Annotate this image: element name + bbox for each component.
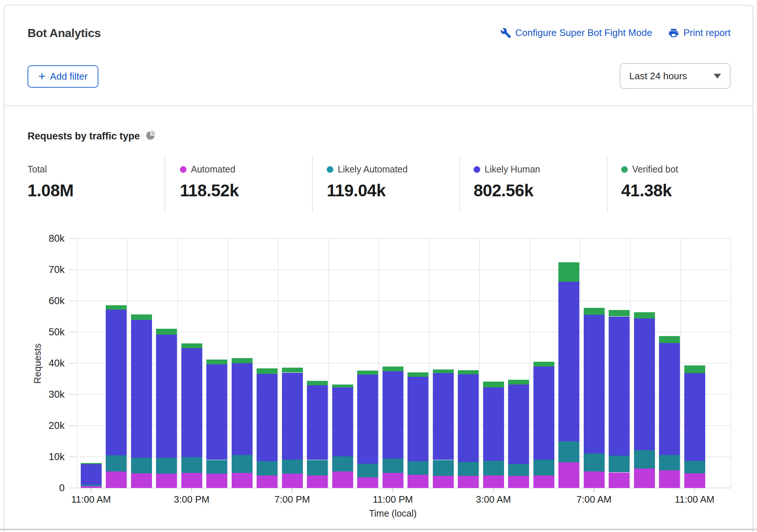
- bar-segment-likely-automated[interactable]: [257, 461, 278, 475]
- bar-segment-automated[interactable]: [206, 474, 227, 488]
- bar-segment-automated[interactable]: [533, 475, 554, 488]
- bar-segment-likely-automated[interactable]: [508, 464, 529, 475]
- bar-segment-likely-automated[interactable]: [533, 460, 554, 475]
- bar-segment-verified-bot[interactable]: [634, 312, 655, 318]
- bar-segment-automated[interactable]: [684, 473, 705, 488]
- bar-segment-likely-human[interactable]: [131, 320, 152, 458]
- bar-segment-automated[interactable]: [232, 473, 253, 488]
- bar-segment-likely-human[interactable]: [533, 367, 554, 459]
- bar-segment-likely-human[interactable]: [458, 374, 479, 462]
- bar-segment-automated[interactable]: [383, 473, 403, 488]
- bar-segment-likely-human[interactable]: [634, 318, 655, 451]
- bar-segment-verified-bot[interactable]: [206, 360, 227, 365]
- bar-segment-likely-automated[interactable]: [383, 459, 403, 473]
- bar-segment-automated[interactable]: [257, 475, 278, 488]
- bar-segment-verified-bot[interactable]: [106, 305, 127, 310]
- bar-segment-verified-bot[interactable]: [533, 362, 554, 367]
- bar-segment-automated[interactable]: [609, 473, 630, 488]
- bar-segment-likely-automated[interactable]: [106, 455, 127, 471]
- bar-segment-likely-automated[interactable]: [332, 456, 353, 471]
- bar-segment-likely-human[interactable]: [483, 387, 504, 461]
- bar-segment-verified-bot[interactable]: [483, 382, 504, 387]
- bar-segment-automated[interactable]: [659, 470, 680, 488]
- bar-segment-automated[interactable]: [181, 473, 202, 488]
- bar-segment-automated[interactable]: [131, 473, 152, 488]
- bar-segment-likely-automated[interactable]: [558, 441, 579, 462]
- bar-segment-verified-bot[interactable]: [257, 368, 278, 374]
- bar-segment-likely-human[interactable]: [684, 373, 705, 461]
- bar-segment-verified-bot[interactable]: [684, 365, 705, 373]
- bar-segment-likely-automated[interactable]: [181, 457, 202, 473]
- bar-segment-likely-human[interactable]: [206, 364, 227, 460]
- bar-segment-verified-bot[interactable]: [408, 372, 428, 377]
- bar-segment-verified-bot[interactable]: [458, 370, 479, 374]
- bar-segment-verified-bot[interactable]: [659, 336, 680, 343]
- bar-segment-verified-bot[interactable]: [584, 308, 605, 315]
- bar-segment-likely-automated[interactable]: [609, 456, 630, 472]
- bar-segment-automated[interactable]: [357, 477, 378, 488]
- bar-segment-likely-human[interactable]: [332, 387, 353, 456]
- bar-segment-automated[interactable]: [584, 471, 605, 488]
- bar-segment-automated[interactable]: [558, 462, 579, 488]
- bar-segment-automated[interactable]: [634, 469, 655, 488]
- bar-segment-likely-human[interactable]: [257, 374, 278, 461]
- bar-segment-likely-human[interactable]: [357, 375, 378, 464]
- bar-segment-automated[interactable]: [458, 476, 479, 488]
- bar-segment-verified-bot[interactable]: [433, 369, 454, 373]
- bar-segment-automated[interactable]: [508, 476, 529, 488]
- bar-segment-likely-human[interactable]: [282, 373, 303, 460]
- bar-segment-verified-bot[interactable]: [156, 329, 177, 335]
- bar-segment-likely-human[interactable]: [106, 310, 127, 455]
- bar-segment-verified-bot[interactable]: [181, 343, 202, 348]
- bar-segment-likely-automated[interactable]: [232, 455, 253, 473]
- bar-segment-likely-automated[interactable]: [307, 460, 328, 476]
- bar-segment-automated[interactable]: [81, 486, 102, 488]
- bar-segment-likely-automated[interactable]: [684, 461, 705, 473]
- bar-segment-likely-automated[interactable]: [408, 461, 428, 475]
- bar-segment-likely-human[interactable]: [584, 315, 605, 453]
- bar-segment-likely-automated[interactable]: [206, 460, 227, 474]
- bar-segment-likely-human[interactable]: [609, 317, 630, 456]
- bar-segment-likely-automated[interactable]: [433, 460, 454, 476]
- bar-segment-likely-human[interactable]: [659, 343, 680, 455]
- bar-segment-verified-bot[interactable]: [508, 380, 529, 385]
- bar-segment-automated[interactable]: [282, 474, 303, 488]
- bar-segment-automated[interactable]: [307, 475, 328, 488]
- bar-segment-likely-automated[interactable]: [156, 458, 177, 474]
- bar-segment-verified-bot[interactable]: [558, 262, 579, 282]
- bar-segment-verified-bot[interactable]: [81, 463, 102, 464]
- bar-segment-likely-human[interactable]: [508, 385, 529, 464]
- bar-segment-likely-automated[interactable]: [659, 455, 680, 471]
- bar-segment-verified-bot[interactable]: [282, 368, 303, 373]
- bar-segment-verified-bot[interactable]: [232, 358, 253, 363]
- bar-segment-likely-automated[interactable]: [81, 485, 102, 486]
- bar-segment-automated[interactable]: [332, 471, 353, 488]
- bar-segment-likely-human[interactable]: [433, 373, 454, 460]
- bar-segment-likely-automated[interactable]: [282, 460, 303, 474]
- bar-segment-automated[interactable]: [433, 476, 454, 488]
- bar-segment-verified-bot[interactable]: [332, 385, 353, 388]
- bar-segment-automated[interactable]: [156, 474, 177, 488]
- bar-segment-automated[interactable]: [408, 475, 428, 488]
- bar-segment-likely-human[interactable]: [181, 348, 202, 457]
- bar-segment-verified-bot[interactable]: [307, 381, 328, 385]
- bar-segment-verified-bot[interactable]: [383, 367, 403, 372]
- bar-segment-likely-human[interactable]: [558, 282, 579, 441]
- bar-segment-automated[interactable]: [106, 471, 127, 488]
- bar-segment-likely-automated[interactable]: [634, 450, 655, 469]
- bar-segment-likely-human[interactable]: [156, 335, 177, 458]
- bar-segment-verified-bot[interactable]: [609, 310, 630, 317]
- bar-segment-likely-automated[interactable]: [483, 461, 504, 475]
- bar-segment-verified-bot[interactable]: [357, 371, 378, 374]
- bar-segment-likely-automated[interactable]: [458, 462, 479, 476]
- bar-segment-likely-human[interactable]: [307, 385, 328, 460]
- bar-segment-likely-automated[interactable]: [131, 458, 152, 474]
- bar-segment-likely-human[interactable]: [232, 363, 253, 455]
- bar-segment-likely-automated[interactable]: [584, 453, 605, 471]
- bar-segment-likely-human[interactable]: [408, 377, 428, 461]
- bar-segment-verified-bot[interactable]: [131, 314, 152, 320]
- bar-segment-automated[interactable]: [483, 475, 504, 488]
- bar-segment-likely-human[interactable]: [383, 371, 403, 459]
- bar-segment-likely-automated[interactable]: [357, 464, 378, 477]
- bar-segment-likely-human[interactable]: [81, 464, 102, 484]
